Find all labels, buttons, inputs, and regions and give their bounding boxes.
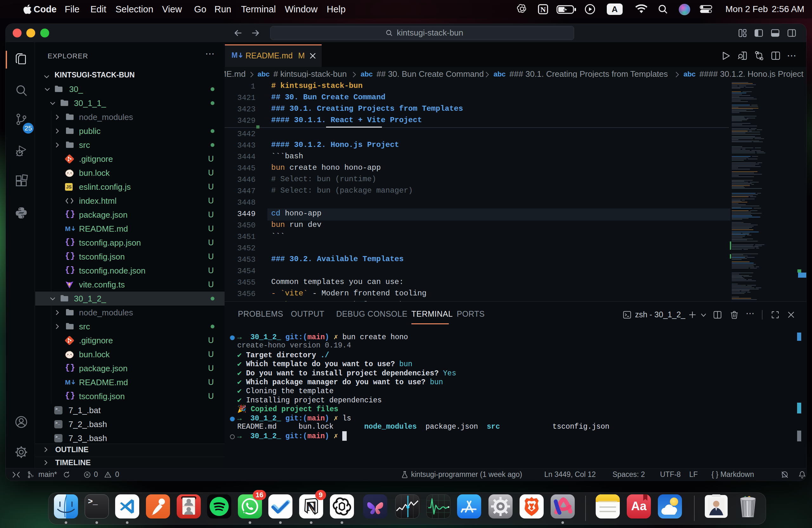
svg-text:N: N [307,499,316,514]
svg-text:N: N [540,5,546,14]
